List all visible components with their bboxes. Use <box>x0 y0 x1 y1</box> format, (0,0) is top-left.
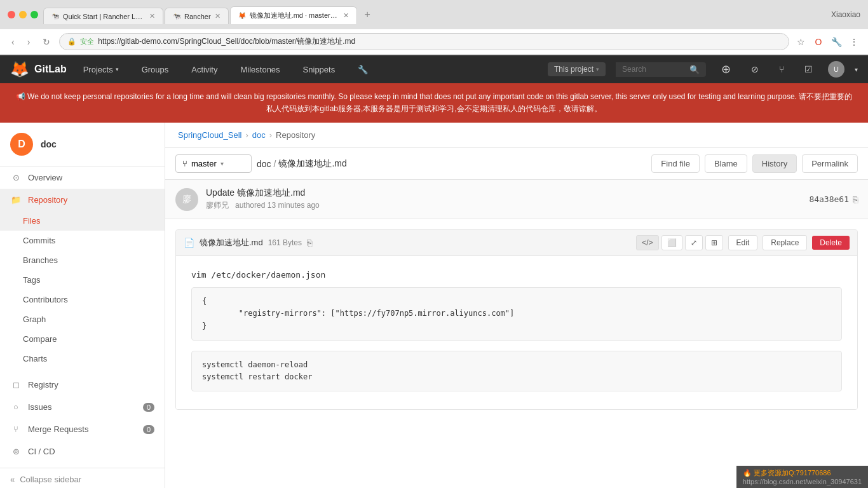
collapse-arrow-icon: « <box>10 475 15 484</box>
nav-issues-icon[interactable]: ⊘ <box>746 60 764 78</box>
tab-close-icon-3[interactable]: ✕ <box>343 11 349 20</box>
watermark-content: 更多资源加Q:791770686 <box>754 469 831 477</box>
copy-content-button[interactable]: ⎘ <box>307 238 312 248</box>
blame-view-button[interactable]: ⊞ <box>705 235 723 250</box>
breadcrumb-springcloud[interactable]: SpringCloud_Sell <box>178 130 241 140</box>
tab-quick-start[interactable]: 🐄 Quick Start | Rancher Labs ✕ <box>43 8 163 24</box>
find-file-button[interactable]: Find file <box>651 154 700 173</box>
sidebar-item-issues[interactable]: ○ Issues 0 <box>0 396 165 418</box>
nav-snippets[interactable]: Snippets <box>297 60 342 79</box>
sidebar-item-label: Overview <box>28 173 62 182</box>
nav-plus-icon[interactable]: ⊕ <box>716 58 736 80</box>
sidebar-user: D doc <box>0 123 165 166</box>
edit-button[interactable]: Edit <box>728 235 758 250</box>
branch-selector[interactable]: ⑂ master ▾ <box>175 154 252 173</box>
find-file-label: Find file <box>661 159 690 168</box>
tab-label-3: 镜像加速地址.md · master · Sp... <box>250 11 339 20</box>
sidebar-item-overview[interactable]: ⊙ Overview <box>0 166 165 189</box>
file-action-buttons: Find file Blame History Permalink <box>651 154 858 173</box>
warning-banner: 📢 We do not keep personal repositories f… <box>0 83 868 123</box>
sidebar-subitem-files[interactable]: Files <box>0 211 165 231</box>
rendered-view-button[interactable]: ⬜ <box>661 235 682 250</box>
view-toggle-buttons: </> ⬜ ⤢ ⊞ <box>636 235 722 250</box>
tabs-container: 🐄 Quick Start | Rancher Labs ✕ 🐄 Rancher… <box>43 5 826 24</box>
code-line-1: vim /etc/docker/daemon.json <box>191 269 842 282</box>
commit-meta: 廖师兄 authored 13 minutes ago <box>206 200 320 211</box>
nav-todo-icon[interactable]: ☑ <box>799 60 818 78</box>
expand-button[interactable]: ⤢ <box>685 235 703 250</box>
breadcrumb-sep-1: › <box>245 130 248 140</box>
sidebar-item-merge-requests[interactable]: ⑂ Merge Requests 0 <box>0 418 165 440</box>
extension-icon[interactable]: 🔧 <box>830 37 843 47</box>
commit-message: Update 镜像加速地址.md <box>206 187 320 199</box>
tab-rancher[interactable]: 🐄 Rancher ✕ <box>165 8 229 24</box>
history-button[interactable]: History <box>752 154 797 173</box>
breadcrumb-doc[interactable]: doc <box>252 130 266 140</box>
issues-badge: 0 <box>143 403 154 412</box>
files-label: Files <box>23 216 40 226</box>
maximize-button[interactable] <box>31 11 38 18</box>
sidebar-item-repository[interactable]: 📁 Repository <box>0 189 165 211</box>
menu-icon[interactable]: ⋮ <box>848 37 860 47</box>
sidebar-subitem-graph[interactable]: Graph <box>0 309 165 329</box>
sidebar-item-registry[interactable]: ◻ Registry <box>0 374 165 396</box>
refresh-button[interactable]: ↻ <box>39 35 54 49</box>
source-view-button[interactable]: </> <box>636 235 658 250</box>
tab-gitlab-file[interactable]: 🦊 镜像加速地址.md · master · Sp... ✕ <box>230 6 357 24</box>
branches-label: Branches <box>23 255 58 265</box>
warning-text: 📢 We do not keep personal repositories f… <box>16 92 853 113</box>
file-type-icon: 📄 <box>184 238 194 248</box>
sidebar-subitem-charts[interactable]: Charts <box>0 349 165 369</box>
code-block-2: systemctl daemon-reload systemctl restar… <box>191 351 842 391</box>
sidebar-subitem-commits[interactable]: Commits <box>0 231 165 250</box>
search-input[interactable] <box>622 65 686 74</box>
search-scope: This project ▾ <box>548 62 606 76</box>
sidebar-subitem-compare[interactable]: Compare <box>0 329 165 349</box>
user-chevron-icon: ▾ <box>855 66 858 73</box>
collapse-sidebar-button[interactable]: « Collapse sidebar <box>0 468 165 488</box>
tab-close-icon[interactable]: ✕ <box>149 12 155 20</box>
url-bar[interactable]: 🔒 安全 https://gitlab-demo.com/SpringCloud… <box>59 33 789 50</box>
search-bar[interactable]: 🔍 <box>616 62 706 77</box>
star-icon[interactable]: ☆ <box>794 37 807 47</box>
delete-button[interactable]: Delete <box>812 236 850 250</box>
replace-button[interactable]: Replace <box>763 235 807 250</box>
main-content: SpringCloud_Sell › doc › Repository ⑂ ma… <box>165 123 868 488</box>
chevron-down-icon: ▾ <box>116 66 119 72</box>
delete-label: Delete <box>820 238 842 247</box>
sidebar-item-ci-cd[interactable]: ⊚ CI / CD <box>0 440 165 463</box>
compare-label: Compare <box>23 334 57 344</box>
graph-label: Graph <box>23 315 46 324</box>
repository-icon: 📁 <box>10 195 22 205</box>
copy-sha-button[interactable]: ⎘ <box>853 194 858 205</box>
nav-groups[interactable]: Groups <box>135 60 175 79</box>
ci-cd-icon: ⊚ <box>10 447 22 456</box>
file-content: vim /etc/docker/daemon.json { "registry-… <box>176 256 857 409</box>
opera-icon[interactable]: O <box>812 37 825 47</box>
nav-wrench[interactable]: 🔧 <box>351 60 374 79</box>
file-path-display: doc / 镜像加速地址.md <box>257 158 347 170</box>
commit-author-avatar: 廖 <box>175 188 198 211</box>
contributors-label: Contributors <box>23 295 68 304</box>
nav-activity[interactable]: Activity <box>185 60 224 79</box>
minimize-button[interactable] <box>19 11 27 18</box>
code-pre-1: { "registry-mirrors": ["https://fy707np5… <box>202 295 831 332</box>
replace-label: Replace <box>771 238 799 247</box>
user-avatar[interactable]: U <box>828 61 844 78</box>
blame-button[interactable]: Blame <box>705 154 747 173</box>
toolbar-icons: ☆ O 🔧 ⋮ <box>794 37 860 47</box>
nav-milestones[interactable]: Milestones <box>234 60 286 79</box>
new-tab-button[interactable]: + <box>358 5 377 24</box>
nav-mr-icon[interactable]: ⑂ <box>774 60 789 78</box>
nav-projects[interactable]: Projects ▾ <box>77 60 125 79</box>
permalink-button[interactable]: Permalink <box>802 154 858 173</box>
sidebar-subitem-branches[interactable]: Branches <box>0 250 165 270</box>
sidebar-subitem-contributors[interactable]: Contributors <box>0 290 165 309</box>
sidebar-subitem-tags[interactable]: Tags <box>0 270 165 290</box>
back-button[interactable]: ‹ <box>8 35 18 49</box>
close-button[interactable] <box>8 11 15 18</box>
gitlab-logo[interactable]: 🦊 GitLab <box>10 60 67 78</box>
tab-close-icon-2[interactable]: ✕ <box>215 12 220 20</box>
main-layout: D doc ⊙ Overview 📁 Repository Files Comm… <box>0 123 868 488</box>
forward-button[interactable]: › <box>24 35 34 49</box>
